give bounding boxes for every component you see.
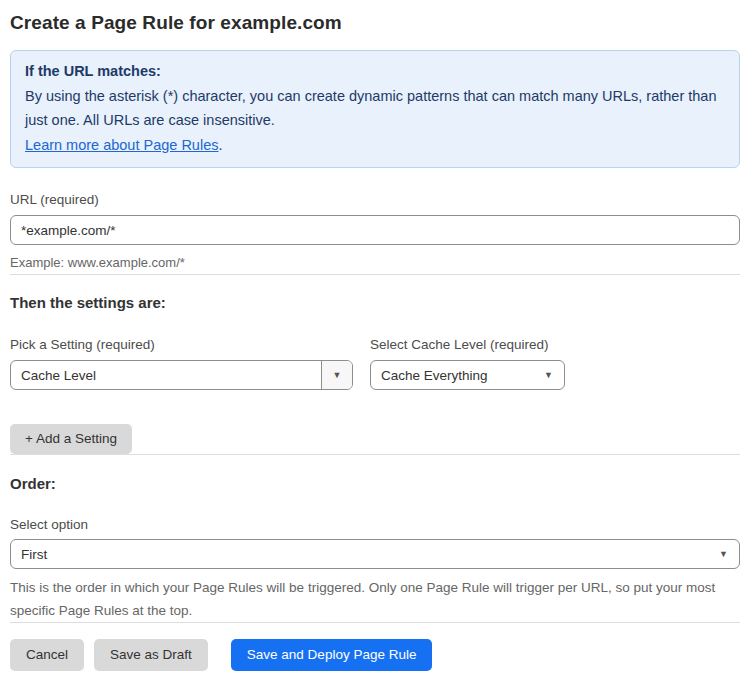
learn-more-link[interactable]: Learn more about Page Rules (25, 137, 218, 153)
url-field-helper: Example: www.example.com/* (10, 252, 740, 274)
setting-picker-arrow-cell[interactable]: ▼ (321, 361, 352, 389)
info-box-link-line: Learn more about Page Rules. (25, 133, 725, 158)
order-select[interactable]: First ▼ (10, 539, 740, 569)
setting-picker-select[interactable]: Cache Level ▼ (10, 360, 353, 390)
chevron-down-icon: ▼ (544, 371, 553, 380)
url-input[interactable] (10, 215, 740, 245)
divider (10, 622, 740, 623)
order-section-heading: Order: (10, 475, 740, 492)
actions-row: Cancel Save as Draft Save and Deploy Pag… (10, 639, 740, 671)
save-and-deploy-button[interactable]: Save and Deploy Page Rule (231, 639, 433, 671)
cache-level-arrow-wrap: ▼ (544, 371, 564, 380)
chevron-down-icon: ▼ (333, 371, 342, 380)
setting-picker-value: Cache Level (11, 368, 321, 383)
chevron-down-icon: ▼ (719, 550, 728, 559)
cache-level-value: Cache Everything (371, 368, 544, 383)
save-as-draft-button[interactable]: Save as Draft (94, 639, 208, 671)
cache-level-column: Select Cache Level (required) Cache Ever… (370, 313, 565, 390)
url-field-label: URL (required) (10, 192, 740, 207)
settings-section-heading: Then the settings are: (10, 294, 740, 311)
setting-picker-column: Pick a Setting (required) Cache Level ▼ (10, 313, 353, 390)
cache-level-label: Select Cache Level (required) (370, 337, 565, 352)
cancel-button[interactable]: Cancel (10, 639, 84, 671)
order-select-value: First (11, 547, 719, 562)
settings-row: Pick a Setting (required) Cache Level ▼ … (10, 313, 740, 390)
order-arrow-wrap: ▼ (719, 550, 739, 559)
setting-picker-label: Pick a Setting (required) (10, 337, 353, 352)
cache-level-select[interactable]: Cache Everything ▼ (370, 360, 565, 390)
order-select-label: Select option (10, 517, 740, 532)
info-box-body: By using the asterisk (*) character, you… (25, 84, 725, 133)
divider (10, 454, 740, 455)
order-helper-text: This is the order in which your Page Rul… (10, 576, 730, 622)
page-title: Create a Page Rule for example.com (10, 12, 740, 34)
add-setting-button[interactable]: + Add a Setting (10, 424, 132, 454)
divider (10, 274, 740, 275)
link-suffix: . (218, 137, 222, 153)
url-match-info-box: If the URL matches: By using the asteris… (10, 50, 740, 168)
info-box-heading: If the URL matches: (25, 59, 725, 84)
